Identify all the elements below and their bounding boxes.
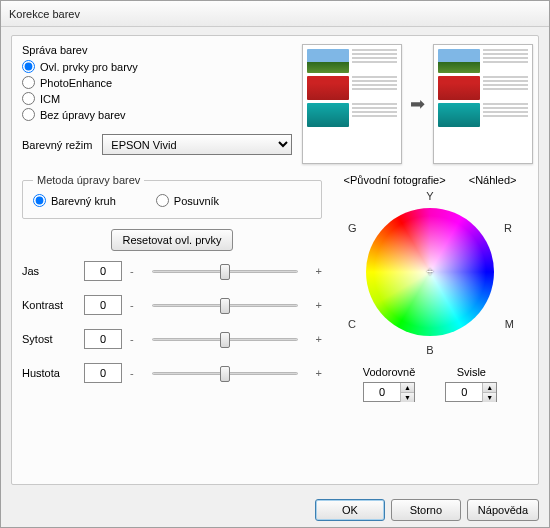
brightness-label: Jas <box>22 265 76 277</box>
contrast-slider[interactable] <box>142 296 308 314</box>
wheel-label-y: Y <box>426 190 433 202</box>
color-correction-dialog: Korekce barev Správa barev Ovl. prvky pr… <box>0 0 550 528</box>
horizontal-value[interactable] <box>364 383 400 401</box>
window-title: Korekce barev <box>9 8 80 20</box>
spin-up-icon[interactable]: ▲ <box>400 383 414 392</box>
group-legend: Správa barev <box>22 44 292 56</box>
brightness-value[interactable] <box>84 261 122 281</box>
color-management-group: Správa barev Ovl. prvky pro barvy PhotoE… <box>22 44 292 124</box>
wheel-label-r: R <box>504 222 512 234</box>
arrow-right-icon: ➡ <box>410 93 425 115</box>
titlebar: Korekce barev <box>1 1 549 27</box>
vertical-spinner[interactable]: ▲▼ <box>445 382 497 402</box>
contrast-label: Kontrast <box>22 299 76 311</box>
radio-color-wheel[interactable]: Barevný kruh <box>33 194 116 207</box>
radio-icm[interactable]: ICM <box>22 92 292 105</box>
radio-sliders[interactable]: Posuvník <box>156 194 219 207</box>
contrast-value[interactable] <box>84 295 122 315</box>
wheel-label-c: C <box>348 318 356 330</box>
saturation-value[interactable] <box>84 329 122 349</box>
wheel-label-m: M <box>505 318 514 330</box>
preview-result <box>433 44 533 164</box>
saturation-label: Sytost <box>22 333 76 345</box>
horizontal-spinner[interactable]: ▲▼ <box>363 382 415 402</box>
spin-down-icon[interactable]: ▼ <box>482 392 496 402</box>
dialog-footer: OK Storno Nápověda <box>1 493 549 527</box>
radio-driver-controls[interactable]: Ovl. prvky pro barvy <box>22 60 292 73</box>
horizontal-label: Vodorovně <box>363 366 416 378</box>
radio-no-adjust[interactable]: Bez úpravy barev <box>22 108 292 121</box>
radio-photoenhance[interactable]: PhotoEnhance <box>22 76 292 89</box>
saturation-row: Sytost - + <box>22 329 322 349</box>
wheel-label-g: G <box>348 222 357 234</box>
color-mode-label: Barevný režim <box>22 139 92 151</box>
help-button[interactable]: Nápověda <box>467 499 539 521</box>
ok-button[interactable]: OK <box>315 499 385 521</box>
saturation-slider[interactable] <box>142 330 308 348</box>
vertical-label: Svisle <box>445 366 497 378</box>
brightness-slider[interactable] <box>142 262 308 280</box>
wheel-label-b: B <box>426 344 433 356</box>
density-label: Hustota <box>22 367 76 379</box>
caption-original: <Původní fotografie> <box>344 174 446 186</box>
caption-result: <Náhled> <box>469 174 517 186</box>
density-slider[interactable] <box>142 364 308 382</box>
density-value[interactable] <box>84 363 122 383</box>
spin-up-icon[interactable]: ▲ <box>482 383 496 392</box>
adjust-method-group: Metoda úpravy barev Barevný kruh Posuvní… <box>22 174 322 219</box>
crosshair-icon: + <box>426 265 433 279</box>
density-row: Hustota - + <box>22 363 322 383</box>
color-wheel[interactable]: + Y G R C M B <box>350 192 510 352</box>
color-mode-select[interactable]: EPSON Vivid <box>102 134 292 155</box>
preview-area: ➡ <box>302 44 533 164</box>
brightness-row: Jas - + <box>22 261 322 281</box>
spin-down-icon[interactable]: ▼ <box>400 392 414 402</box>
vertical-value[interactable] <box>446 383 482 401</box>
reset-button[interactable]: Resetovat ovl. prvky <box>111 229 232 251</box>
cancel-button[interactable]: Storno <box>391 499 461 521</box>
adjust-method-legend: Metoda úpravy barev <box>33 174 144 186</box>
preview-original <box>302 44 402 164</box>
contrast-row: Kontrast - + <box>22 295 322 315</box>
